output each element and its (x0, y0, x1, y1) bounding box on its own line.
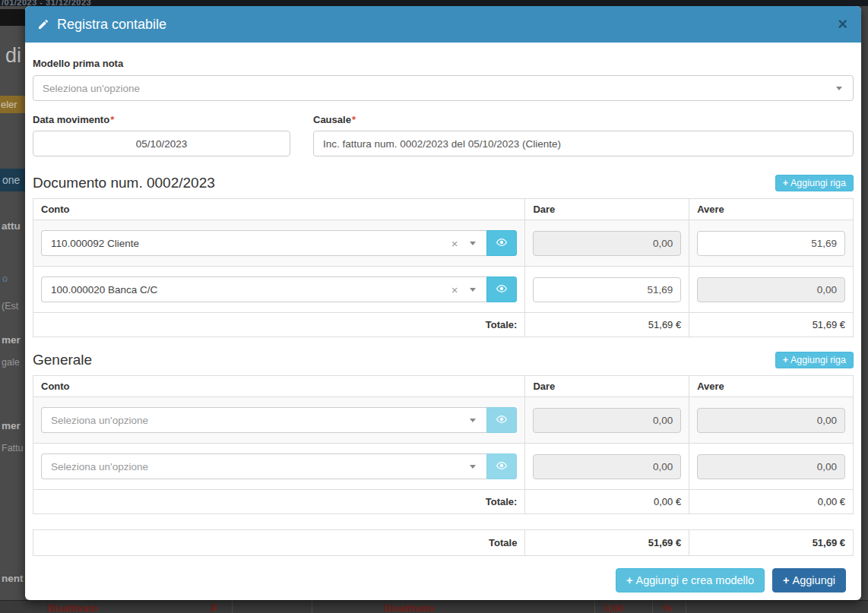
grand-total-avere: 51,69 € (689, 530, 854, 556)
table-row: 100.000020 Banca C/C × (33, 267, 854, 313)
divider (312, 601, 312, 613)
eye-icon (496, 283, 508, 297)
column-header-dare: Dare (525, 199, 689, 220)
background-fragment: mer (2, 334, 21, 346)
total-dare: 51,69 € (525, 313, 689, 337)
conto-select[interactable]: Seleziona un'opzione (41, 453, 486, 479)
table-row: Seleziona un'opzione (33, 397, 854, 444)
date-causale-row: Data movimento* Causale* (33, 114, 854, 156)
add-row-button-documento[interactable]: +Aggiungi riga (775, 175, 854, 191)
causale-label: Causale* (313, 114, 854, 125)
column-header-conto: Conto (33, 376, 525, 397)
add-row-button-generale[interactable]: +Aggiungi riga (775, 352, 854, 368)
chevron-down-icon (836, 87, 842, 90)
background-page-left-strip: di eler one attu o (Est mer gale mer Fat… (0, 6, 25, 600)
divider (686, 601, 686, 613)
aggiungi-button[interactable]: +Aggiungi (772, 568, 846, 592)
generale-section-header: Generale +Aggiungi riga (33, 352, 854, 368)
grand-total-label: Totale (33, 530, 525, 556)
divider (652, 601, 653, 613)
background-percent-text: % (663, 602, 672, 613)
divider (232, 601, 233, 613)
data-movimento-group: Data movimento* (33, 114, 290, 156)
total-dare: 0,00 € (525, 490, 689, 514)
background-fragment: gale (2, 357, 20, 368)
modello-prima-nota-select[interactable]: Seleziona un'opzione (33, 75, 854, 101)
documento-total-row: Totale: 51,69 € 51,69 € (33, 313, 854, 337)
plus-icon: + (783, 574, 789, 586)
registra-contabile-modal: Registra contabile × Modello prima nota … (25, 6, 861, 600)
column-header-avere: Avere (689, 376, 854, 397)
background-tab-fragment: one (0, 169, 25, 191)
dare-input (533, 231, 681, 256)
documento-section-title: Documento num. 0002/2023 (33, 175, 215, 191)
background-status-text: Disattivato (47, 602, 97, 613)
aggiungi-e-crea-modello-button[interactable]: +Aggiungi e crea modello (616, 568, 765, 592)
modal-title: Registra contabile (37, 17, 166, 33)
background-fragment: o (2, 273, 8, 284)
background-fragment: di (5, 44, 21, 68)
background-daterange-text: /01/2023 - 31/12/2023 (2, 0, 91, 6)
grand-total-dare: 51,69 € (525, 530, 689, 556)
eye-icon (496, 460, 508, 474)
chevron-down-icon (470, 465, 476, 469)
column-header-conto: Conto (33, 199, 525, 220)
conto-select-group: 110.000092 Cliente × (41, 230, 517, 256)
background-amount-text: 0,00 (604, 602, 623, 613)
conto-select-group: Seleziona un'opzione (41, 407, 517, 433)
plus-icon: + (626, 574, 632, 586)
grand-total-table: Totale 51,69 € 51,69 € (33, 529, 854, 556)
dare-input[interactable] (533, 277, 681, 302)
causale-group: Causale* (313, 114, 854, 156)
close-icon[interactable]: × (836, 16, 849, 33)
eye-icon (496, 236, 508, 251)
generale-section-title: Generale (33, 352, 92, 368)
clear-selection-icon[interactable]: × (451, 237, 458, 250)
divider (594, 601, 595, 613)
generale-total-row: Totale: 0,00 € 0,00 € (33, 490, 854, 514)
column-header-avere: Avere (689, 199, 854, 220)
view-account-button[interactable] (486, 230, 517, 256)
chevron-down-icon (470, 288, 476, 292)
conto-select[interactable]: Seleziona un'opzione (41, 407, 486, 433)
documento-section-header: Documento num. 0002/2023 +Aggiungi riga (33, 175, 854, 191)
dare-input (533, 408, 681, 433)
background-fragment: nent (2, 573, 24, 584)
column-header-dare: Dare (525, 376, 689, 397)
conto-select-group: Seleziona un'opzione (41, 453, 517, 479)
avere-input[interactable] (697, 231, 845, 256)
select-placeholder: Seleziona un'opzione (43, 83, 836, 94)
total-label: Totale: (33, 313, 525, 337)
plus-icon: + (783, 355, 788, 365)
dare-input (533, 454, 681, 479)
total-avere: 0,00 € (689, 490, 854, 514)
modal-title-text: Registra contabile (57, 17, 166, 33)
data-movimento-label: Data movimento* (33, 114, 290, 125)
background-page-right-strip (861, 6, 868, 600)
background-fragment: Fattu (2, 443, 24, 453)
background-fragment: attu (2, 220, 21, 232)
background-fragment: mer (2, 420, 21, 431)
conto-select[interactable]: 110.000092 Cliente × (41, 230, 486, 256)
total-label: Totale: (33, 490, 525, 514)
generale-table: Conto Dare Avere Seleziona un'opzione (33, 375, 854, 514)
background-x-mark: ✗ (210, 602, 218, 613)
plus-icon: + (783, 178, 788, 188)
conto-select-group: 100.000020 Banca C/C × (41, 276, 517, 302)
eye-icon (496, 413, 508, 428)
data-movimento-input[interactable] (33, 131, 290, 156)
causale-input[interactable] (313, 131, 854, 156)
view-account-button (486, 407, 517, 433)
pencil-icon (37, 18, 49, 30)
table-row: Seleziona un'opzione (33, 444, 854, 490)
modal-header: Registra contabile × (25, 6, 861, 43)
background-orange-button-fragment: eler (0, 96, 25, 113)
view-account-button[interactable] (486, 276, 517, 302)
modello-prima-nota-label: Modello prima nota (33, 58, 854, 69)
modal-body: Modello prima nota Seleziona un'opzione … (25, 58, 861, 592)
background-fragment: (Est (2, 301, 18, 311)
background-block (0, 9, 25, 26)
clear-selection-icon[interactable]: × (451, 283, 458, 296)
modal-footer: +Aggiungi e crea modello +Aggiungi (33, 556, 854, 592)
conto-select[interactable]: 100.000020 Banca C/C × (41, 276, 486, 302)
